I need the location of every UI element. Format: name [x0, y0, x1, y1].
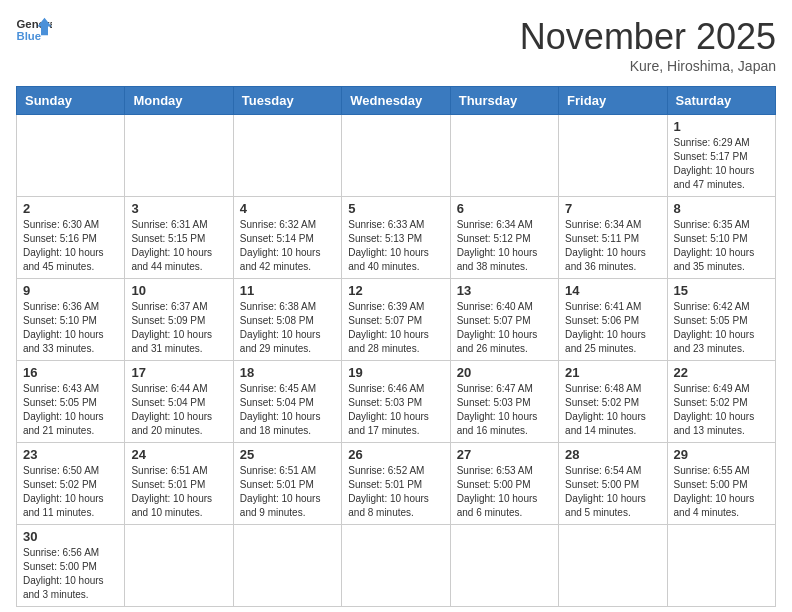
day-number: 7 [565, 201, 660, 216]
calendar-cell: 4Sunrise: 6:32 AM Sunset: 5:14 PM Daylig… [233, 197, 341, 279]
header-saturday: Saturday [667, 87, 775, 115]
calendar-cell [342, 525, 450, 607]
day-number: 10 [131, 283, 226, 298]
calendar-cell [559, 115, 667, 197]
calendar-cell: 23Sunrise: 6:50 AM Sunset: 5:02 PM Dayli… [17, 443, 125, 525]
calendar-cell: 11Sunrise: 6:38 AM Sunset: 5:08 PM Dayli… [233, 279, 341, 361]
day-number: 30 [23, 529, 118, 544]
calendar-cell: 16Sunrise: 6:43 AM Sunset: 5:05 PM Dayli… [17, 361, 125, 443]
day-info: Sunrise: 6:55 AM Sunset: 5:00 PM Dayligh… [674, 464, 769, 520]
day-info: Sunrise: 6:41 AM Sunset: 5:06 PM Dayligh… [565, 300, 660, 356]
day-info: Sunrise: 6:29 AM Sunset: 5:17 PM Dayligh… [674, 136, 769, 192]
day-number: 27 [457, 447, 552, 462]
calendar-cell [450, 525, 558, 607]
day-number: 1 [674, 119, 769, 134]
calendar-row: 30Sunrise: 6:56 AM Sunset: 5:00 PM Dayli… [17, 525, 776, 607]
calendar-cell: 24Sunrise: 6:51 AM Sunset: 5:01 PM Dayli… [125, 443, 233, 525]
header-monday: Monday [125, 87, 233, 115]
svg-text:Blue: Blue [17, 30, 42, 42]
day-info: Sunrise: 6:39 AM Sunset: 5:07 PM Dayligh… [348, 300, 443, 356]
calendar-cell: 17Sunrise: 6:44 AM Sunset: 5:04 PM Dayli… [125, 361, 233, 443]
calendar-cell: 2Sunrise: 6:30 AM Sunset: 5:16 PM Daylig… [17, 197, 125, 279]
day-number: 15 [674, 283, 769, 298]
day-number: 20 [457, 365, 552, 380]
calendar-row: 2Sunrise: 6:30 AM Sunset: 5:16 PM Daylig… [17, 197, 776, 279]
day-number: 5 [348, 201, 443, 216]
weekday-header-row: Sunday Monday Tuesday Wednesday Thursday… [17, 87, 776, 115]
logo-icon: General Blue [16, 16, 52, 44]
day-info: Sunrise: 6:32 AM Sunset: 5:14 PM Dayligh… [240, 218, 335, 274]
calendar-cell [342, 115, 450, 197]
day-info: Sunrise: 6:54 AM Sunset: 5:00 PM Dayligh… [565, 464, 660, 520]
day-number: 16 [23, 365, 118, 380]
calendar-cell: 6Sunrise: 6:34 AM Sunset: 5:12 PM Daylig… [450, 197, 558, 279]
calendar-row: 9Sunrise: 6:36 AM Sunset: 5:10 PM Daylig… [17, 279, 776, 361]
day-info: Sunrise: 6:38 AM Sunset: 5:08 PM Dayligh… [240, 300, 335, 356]
location-subtitle: Kure, Hiroshima, Japan [520, 58, 776, 74]
day-number: 3 [131, 201, 226, 216]
day-info: Sunrise: 6:50 AM Sunset: 5:02 PM Dayligh… [23, 464, 118, 520]
day-info: Sunrise: 6:35 AM Sunset: 5:10 PM Dayligh… [674, 218, 769, 274]
calendar-cell: 9Sunrise: 6:36 AM Sunset: 5:10 PM Daylig… [17, 279, 125, 361]
calendar-cell [450, 115, 558, 197]
day-number: 28 [565, 447, 660, 462]
day-info: Sunrise: 6:46 AM Sunset: 5:03 PM Dayligh… [348, 382, 443, 438]
day-info: Sunrise: 6:47 AM Sunset: 5:03 PM Dayligh… [457, 382, 552, 438]
calendar-row: 1Sunrise: 6:29 AM Sunset: 5:17 PM Daylig… [17, 115, 776, 197]
calendar-cell: 18Sunrise: 6:45 AM Sunset: 5:04 PM Dayli… [233, 361, 341, 443]
day-info: Sunrise: 6:33 AM Sunset: 5:13 PM Dayligh… [348, 218, 443, 274]
day-info: Sunrise: 6:53 AM Sunset: 5:00 PM Dayligh… [457, 464, 552, 520]
day-info: Sunrise: 6:40 AM Sunset: 5:07 PM Dayligh… [457, 300, 552, 356]
calendar-cell [125, 525, 233, 607]
calendar-cell [233, 115, 341, 197]
day-number: 23 [23, 447, 118, 462]
calendar-cell: 25Sunrise: 6:51 AM Sunset: 5:01 PM Dayli… [233, 443, 341, 525]
calendar-cell [17, 115, 125, 197]
day-number: 19 [348, 365, 443, 380]
header-thursday: Thursday [450, 87, 558, 115]
day-number: 18 [240, 365, 335, 380]
day-number: 2 [23, 201, 118, 216]
calendar-table: Sunday Monday Tuesday Wednesday Thursday… [16, 86, 776, 607]
day-info: Sunrise: 6:51 AM Sunset: 5:01 PM Dayligh… [131, 464, 226, 520]
calendar-cell: 26Sunrise: 6:52 AM Sunset: 5:01 PM Dayli… [342, 443, 450, 525]
calendar-cell: 29Sunrise: 6:55 AM Sunset: 5:00 PM Dayli… [667, 443, 775, 525]
calendar-cell: 10Sunrise: 6:37 AM Sunset: 5:09 PM Dayli… [125, 279, 233, 361]
logo: General Blue [16, 16, 52, 44]
day-number: 9 [23, 283, 118, 298]
day-number: 17 [131, 365, 226, 380]
calendar-cell: 1Sunrise: 6:29 AM Sunset: 5:17 PM Daylig… [667, 115, 775, 197]
calendar-cell: 8Sunrise: 6:35 AM Sunset: 5:10 PM Daylig… [667, 197, 775, 279]
day-info: Sunrise: 6:34 AM Sunset: 5:11 PM Dayligh… [565, 218, 660, 274]
day-info: Sunrise: 6:44 AM Sunset: 5:04 PM Dayligh… [131, 382, 226, 438]
calendar-cell: 21Sunrise: 6:48 AM Sunset: 5:02 PM Dayli… [559, 361, 667, 443]
calendar-row: 23Sunrise: 6:50 AM Sunset: 5:02 PM Dayli… [17, 443, 776, 525]
day-info: Sunrise: 6:37 AM Sunset: 5:09 PM Dayligh… [131, 300, 226, 356]
day-number: 26 [348, 447, 443, 462]
day-number: 25 [240, 447, 335, 462]
day-info: Sunrise: 6:45 AM Sunset: 5:04 PM Dayligh… [240, 382, 335, 438]
day-number: 13 [457, 283, 552, 298]
calendar-cell: 27Sunrise: 6:53 AM Sunset: 5:00 PM Dayli… [450, 443, 558, 525]
day-info: Sunrise: 6:49 AM Sunset: 5:02 PM Dayligh… [674, 382, 769, 438]
calendar-cell: 20Sunrise: 6:47 AM Sunset: 5:03 PM Dayli… [450, 361, 558, 443]
day-info: Sunrise: 6:31 AM Sunset: 5:15 PM Dayligh… [131, 218, 226, 274]
calendar-cell [233, 525, 341, 607]
header-wednesday: Wednesday [342, 87, 450, 115]
day-number: 24 [131, 447, 226, 462]
header-tuesday: Tuesday [233, 87, 341, 115]
day-number: 4 [240, 201, 335, 216]
calendar-cell: 7Sunrise: 6:34 AM Sunset: 5:11 PM Daylig… [559, 197, 667, 279]
calendar-cell: 12Sunrise: 6:39 AM Sunset: 5:07 PM Dayli… [342, 279, 450, 361]
calendar-cell: 28Sunrise: 6:54 AM Sunset: 5:00 PM Dayli… [559, 443, 667, 525]
calendar-cell [559, 525, 667, 607]
calendar-cell: 3Sunrise: 6:31 AM Sunset: 5:15 PM Daylig… [125, 197, 233, 279]
day-info: Sunrise: 6:48 AM Sunset: 5:02 PM Dayligh… [565, 382, 660, 438]
day-number: 29 [674, 447, 769, 462]
calendar-cell [125, 115, 233, 197]
day-info: Sunrise: 6:36 AM Sunset: 5:10 PM Dayligh… [23, 300, 118, 356]
day-number: 6 [457, 201, 552, 216]
day-number: 22 [674, 365, 769, 380]
calendar-cell [667, 525, 775, 607]
header-friday: Friday [559, 87, 667, 115]
